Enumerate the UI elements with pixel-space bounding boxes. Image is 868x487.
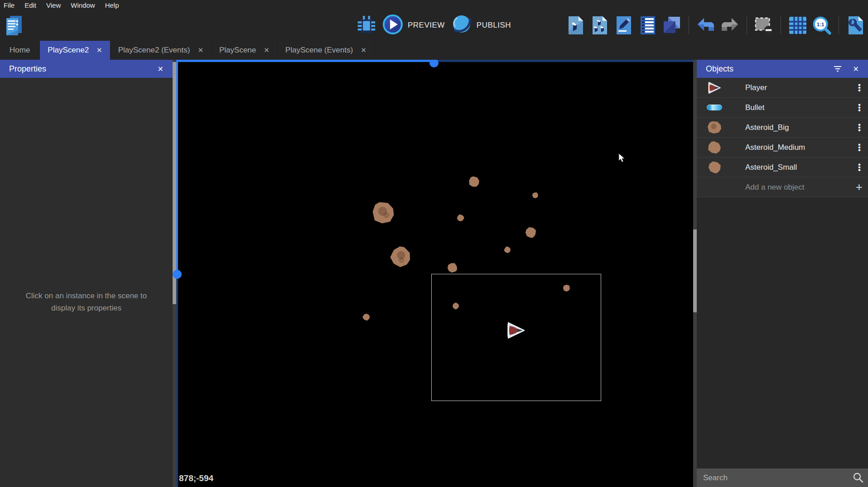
filter-icon[interactable] [834,66,841,72]
debugger-icon[interactable] [357,15,376,36]
object-row-bullet[interactable]: Bullet ••• [697,98,868,118]
scrollbar-thumb[interactable] [693,229,697,312]
plus-icon: + [856,180,863,194]
tab-playscene2-events[interactable]: PlayScene2 (Events) ✕ [111,41,212,60]
asteroid-instance[interactable] [362,312,371,321]
object-row-asteroid-medium[interactable]: Asteroid_Medium ••• [697,138,868,158]
close-panel-icon[interactable]: ✕ [853,65,859,73]
objects-panel-title: Objects [706,64,733,74]
toolbar: PREVIEW PUBLISH [0,10,868,41]
asteroid-instance[interactable] [468,176,480,188]
close-tab-icon[interactable]: ✕ [361,46,366,54]
player-thumbnail [707,82,722,94]
cursor-coordinates: 878;-594 [179,473,213,483]
add-object-button[interactable]: Add a new object + [697,177,868,197]
publish-label: PUBLISH [477,21,511,30]
tab-bar: Home PlayScene2 ✕ PlayScene2 (Events) ✕ … [0,41,868,60]
toolbar-center: PREVIEW PUBLISH [357,14,511,37]
tab-home[interactable]: Home [0,41,40,60]
menu-help[interactable]: Help [100,1,124,9]
object-row-asteroid-small[interactable]: Asteroid_Small ••• [697,158,868,177]
asteroid-instance[interactable] [373,202,394,224]
object-row-player[interactable]: Player ••• [697,78,868,98]
zoom-original-icon[interactable]: 1:1 [812,15,831,36]
asteroid-big-thumbnail [707,121,722,134]
close-tab-icon[interactable]: ✕ [264,46,270,54]
objects-panel-header: Objects ✕ [697,60,868,78]
project-manager-icon[interactable] [4,14,24,37]
asteroid-instance[interactable] [524,225,537,239]
object-row-asteroid-big[interactable]: Asteroid_Big ••• [697,118,868,138]
properties-icon[interactable] [614,15,633,36]
asteroid-medium-thumbnail [707,142,722,153]
properties-panel: Properties ✕ Click on an instance in the… [0,60,173,487]
object-menu-icon[interactable]: ••• [858,143,861,152]
menu-file[interactable]: File [4,1,19,9]
objects-panel: Objects ✕ Player ••• Bullet ••• [697,60,868,487]
properties-panel-title: Properties [9,64,46,74]
object-menu-icon[interactable]: ••• [858,163,861,172]
properties-panel-header: Properties ✕ [0,60,173,78]
asteroid-instance[interactable] [387,243,415,271]
menu-view[interactable]: View [41,1,66,9]
bullet-thumbnail [707,105,722,110]
scene-canvas[interactable]: 878;-594 [173,60,693,487]
menu-edit[interactable]: Edit [19,1,41,9]
toolbar-separator [781,16,781,34]
objects-search-bar [697,468,868,487]
undo-icon[interactable] [696,15,715,36]
menu-window[interactable]: Window [66,1,100,9]
instances-list-icon[interactable] [638,15,657,36]
toolbar-separator [689,16,689,34]
toolbar-right: 1:1 [566,15,868,36]
scene-settings-icon[interactable] [846,15,865,36]
properties-empty-message: Click on an instance in the scene to dis… [0,290,173,314]
asteroid-instance[interactable] [531,191,539,199]
close-panel-icon[interactable]: ✕ [158,65,164,73]
scene-instances [173,60,693,487]
tab-playscene2[interactable]: PlayScene2 ✕ [40,41,110,60]
delete-selection-icon[interactable] [754,15,773,36]
toolbar-separator [839,16,839,34]
redo-icon[interactable] [720,15,739,36]
close-tab-icon[interactable]: ✕ [96,46,102,54]
object-menu-icon[interactable]: ••• [858,84,861,92]
asteroid-small-thumbnail [707,162,722,173]
publish-globe-icon [451,14,472,37]
asteroid-instance[interactable] [446,262,458,274]
object-groups-icon[interactable] [590,15,609,36]
tab-playscene[interactable]: PlayScene ✕ [212,41,278,60]
canvas-right-scrollbar[interactable] [693,60,697,487]
object-menu-icon[interactable]: ••• [858,124,861,132]
asteroid-instance[interactable] [503,245,511,254]
scene-objects-icon[interactable] [566,15,585,36]
search-icon[interactable] [853,472,863,485]
asteroid-instance[interactable] [456,213,465,222]
preview-label: PREVIEW [408,21,445,30]
publish-button[interactable]: PUBLISH [451,14,511,37]
menu-bar: File Edit View Window Help [0,0,868,10]
player-instance[interactable] [507,322,525,339]
search-input[interactable] [697,468,868,487]
close-tab-icon[interactable]: ✕ [198,46,203,54]
mouse-cursor [618,153,626,163]
tab-playscene-events[interactable]: PlayScene (Events) ✕ [278,41,375,60]
grid-icon[interactable] [788,15,807,36]
preview-play-icon [382,14,403,37]
objects-panel-filler [697,197,868,468]
preview-button[interactable]: PREVIEW [382,14,445,37]
toolbar-separator [747,16,747,34]
object-menu-icon[interactable]: ••• [858,104,861,112]
svg-text:1:1: 1:1 [817,22,825,27]
layers-icon[interactable] [662,15,681,36]
